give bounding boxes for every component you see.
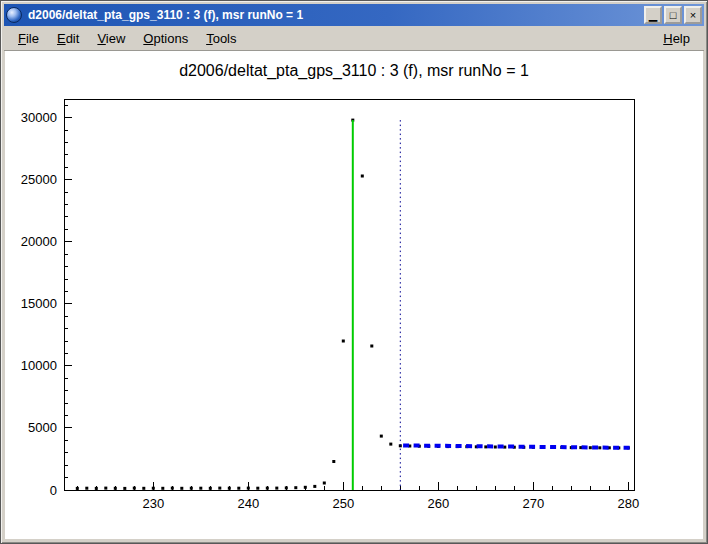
- title-bar[interactable]: d2006/deltat_pta_gps_3110 : 3 (f), msr r…: [4, 4, 704, 26]
- minimize-button[interactable]: ▁: [644, 6, 662, 24]
- svg-text:20000: 20000: [21, 234, 57, 249]
- menu-options[interactable]: Options: [134, 28, 197, 49]
- svg-text:250: 250: [332, 496, 354, 511]
- plot-frame: [64, 99, 634, 490]
- menu-file[interactable]: File: [9, 28, 48, 49]
- svg-text:30000: 30000: [21, 110, 57, 125]
- svg-text:280: 280: [617, 496, 639, 511]
- window-title: d2006/deltat_pta_gps_3110 : 3 (f), msr r…: [26, 8, 640, 22]
- plot-canvas[interactable]: d2006/deltat_pta_gps_3110 : 3 (f), msr r…: [5, 51, 703, 539]
- theory-line: [403, 445, 632, 448]
- window-controls: ▁ □ ×: [644, 6, 702, 24]
- svg-text:260: 260: [427, 496, 449, 511]
- menu-bar: File Edit View Options Tools Help: [4, 26, 704, 51]
- svg-text:230: 230: [142, 496, 164, 511]
- x-axis: 230240250260270280: [77, 482, 639, 511]
- svg-text:15000: 15000: [21, 296, 57, 311]
- menu-edit[interactable]: Edit: [48, 28, 88, 49]
- close-button[interactable]: ×: [684, 6, 702, 24]
- main-window: d2006/deltat_pta_gps_3110 : 3 (f), msr r…: [0, 0, 708, 544]
- svg-text:240: 240: [237, 496, 259, 511]
- svg-text:0: 0: [50, 483, 57, 498]
- svg-text:270: 270: [522, 496, 544, 511]
- menu-tools[interactable]: Tools: [197, 28, 245, 49]
- svg-text:25000: 25000: [21, 172, 57, 187]
- maximize-button[interactable]: □: [664, 6, 682, 24]
- plot-svg[interactable]: 0500010000150002000025000300002302402502…: [5, 51, 705, 541]
- svg-text:5000: 5000: [28, 420, 57, 435]
- menu-help[interactable]: Help: [654, 28, 699, 49]
- app-icon: [6, 7, 22, 23]
- svg-text:10000: 10000: [21, 358, 57, 373]
- menu-view[interactable]: View: [88, 28, 134, 49]
